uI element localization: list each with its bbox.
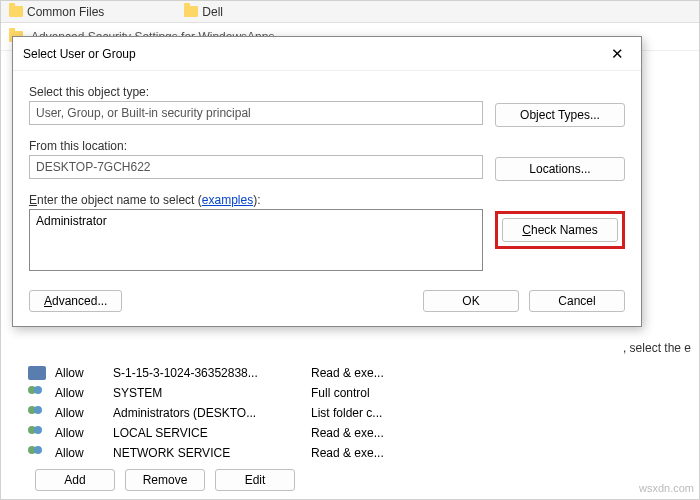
add-button[interactable]: Add (35, 469, 115, 491)
permissions-table[interactable]: AllowS-1-15-3-1024-36352838...Read & exe… (9, 363, 691, 463)
table-row[interactable]: AllowLOCAL SERVICERead & exe... (9, 423, 691, 443)
perm-access: List folder c... (311, 406, 421, 420)
select-user-dialog: Select User or Group ✕ Select this objec… (12, 36, 642, 327)
dialog-footer: Advanced... OK Cancel (29, 290, 625, 312)
dialog-title-bar: Select User or Group ✕ (13, 37, 641, 71)
object-name-label: Enter the object name to select (example… (29, 193, 483, 207)
dialog-title: Select User or Group (23, 47, 136, 61)
toolbar-label: Common Files (27, 5, 104, 19)
perm-principal: LOCAL SERVICE (113, 426, 303, 440)
toolbar-item-common[interactable]: Common Files (9, 3, 104, 20)
perm-type: Allow (55, 406, 105, 420)
table-row[interactable]: AllowNETWORK SERVICERead & exe... (9, 443, 691, 463)
ok-button[interactable]: OK (423, 290, 519, 312)
toolbar-item-dell[interactable]: Dell (184, 3, 223, 20)
folder-icon (9, 6, 23, 17)
examples-link[interactable]: examples (202, 193, 253, 207)
toolbar-label: Dell (202, 5, 223, 19)
location-label: From this location: (29, 139, 483, 153)
parent-toolbar: Common Files Dell (1, 1, 699, 23)
perm-type: Allow (55, 426, 105, 440)
cancel-button[interactable]: Cancel (529, 290, 625, 312)
perm-access: Full control (311, 386, 421, 400)
remove-button[interactable]: Remove (125, 469, 205, 491)
perm-principal: S-1-15-3-1024-36352838... (113, 366, 303, 380)
group-icon (28, 446, 46, 460)
perm-principal: Administrators (DESKTO... (113, 406, 303, 420)
dialog-body: Select this object type: User, Group, or… (13, 71, 641, 326)
object-type-value: User, Group, or Built-in security princi… (29, 101, 483, 125)
object-types-button[interactable]: Object Types... (495, 103, 625, 127)
locations-button[interactable]: Locations... (495, 157, 625, 181)
location-value: DESKTOP-7GCH622 (29, 155, 483, 179)
edit-button[interactable]: Edit (215, 469, 295, 491)
table-row[interactable]: AllowSYSTEMFull control (9, 383, 691, 403)
perm-type: Allow (55, 386, 105, 400)
perm-access: Read & exe... (311, 446, 421, 460)
watermark: wsxdn.com (639, 482, 694, 494)
permissions-area: , select the e AllowS-1-15-3-1024-363528… (9, 341, 691, 491)
folder-icon (184, 6, 198, 17)
close-icon[interactable]: ✕ (603, 40, 631, 68)
group-icon (28, 426, 46, 440)
group-icon (28, 406, 46, 420)
check-names-button[interactable]: Check Names (502, 218, 618, 242)
object-type-label: Select this object type: (29, 85, 483, 99)
perm-type: Allow (55, 446, 105, 460)
sid-icon (28, 366, 46, 380)
group-icon (28, 386, 46, 400)
table-row[interactable]: AllowS-1-15-3-1024-36352838...Read & exe… (9, 363, 691, 383)
permission-buttons: Add Remove Edit (9, 469, 691, 491)
perm-principal: NETWORK SERVICE (113, 446, 303, 460)
object-name-input[interactable] (29, 209, 483, 271)
check-names-highlight: Check Names (495, 211, 625, 249)
advanced-button[interactable]: Advanced... (29, 290, 122, 312)
perm-principal: SYSTEM (113, 386, 303, 400)
permissions-note: , select the e (9, 341, 691, 355)
perm-type: Allow (55, 366, 105, 380)
perm-access: Read & exe... (311, 426, 421, 440)
table-row[interactable]: AllowAdministrators (DESKTO...List folde… (9, 403, 691, 423)
perm-access: Read & exe... (311, 366, 421, 380)
